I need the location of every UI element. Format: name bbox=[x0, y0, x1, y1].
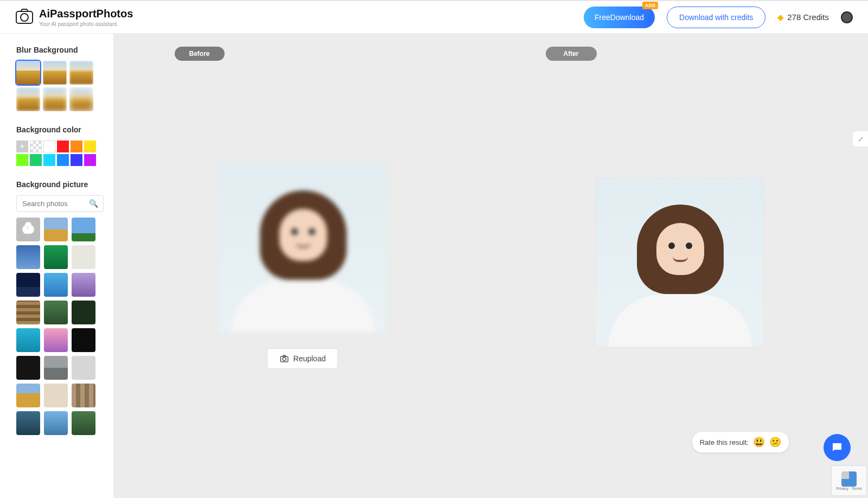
rate-sad-icon[interactable]: 😕 bbox=[769, 436, 781, 448]
reupload-label: Reupload bbox=[293, 354, 326, 363]
svg-point-3 bbox=[283, 357, 286, 361]
recaptcha-badge: Privacy · Terms bbox=[831, 465, 867, 496]
camera-logo-icon bbox=[15, 8, 34, 27]
blur-option-1[interactable] bbox=[16, 61, 40, 85]
bg-picture-thumb[interactable] bbox=[72, 328, 95, 352]
color-swatch-red[interactable] bbox=[57, 141, 69, 152]
chat-bubble-icon bbox=[831, 441, 844, 454]
blur-option-2[interactable] bbox=[43, 61, 67, 85]
after-image bbox=[595, 178, 764, 347]
search-icon[interactable]: 🔍 bbox=[89, 199, 98, 208]
bg-picture-thumb[interactable] bbox=[44, 273, 68, 297]
after-panel: After bbox=[491, 47, 868, 498]
rate-text: Rate this result: bbox=[700, 438, 749, 446]
color-swatch-skyblue[interactable] bbox=[57, 154, 69, 166]
bg-picture-thumb[interactable] bbox=[44, 356, 68, 380]
color-swatches: + bbox=[16, 141, 104, 166]
bg-picture-thumb[interactable] bbox=[44, 245, 68, 269]
free-download-label: FreeDownload bbox=[595, 13, 644, 22]
bg-picture-thumb[interactable] bbox=[44, 384, 68, 407]
upload-picture-button[interactable] bbox=[16, 218, 40, 241]
editor-area: Before Reupload After ⤢ Rate this re bbox=[114, 34, 868, 498]
diamond-icon: ◆ bbox=[777, 12, 784, 22]
bg-picture-thumb[interactable] bbox=[44, 328, 68, 352]
bg-picture-thumb[interactable] bbox=[44, 301, 68, 324]
bg-picture-thumb[interactable] bbox=[16, 273, 40, 297]
brand-title: AiPassportPhotos bbox=[39, 8, 133, 20]
expand-panel-button[interactable]: ⤢ bbox=[853, 131, 868, 146]
blur-option-4[interactable] bbox=[16, 87, 40, 111]
color-swatch-blue[interactable] bbox=[71, 154, 82, 166]
bg-picture-thumb[interactable] bbox=[72, 218, 95, 241]
background-picture-grid bbox=[16, 218, 104, 435]
color-swatch-purple[interactable] bbox=[84, 154, 96, 166]
bg-picture-thumb[interactable] bbox=[16, 245, 40, 269]
color-swatch-cyan[interactable] bbox=[43, 154, 55, 166]
help-chat-button[interactable] bbox=[824, 434, 851, 461]
svg-point-1 bbox=[21, 14, 28, 21]
color-swatch-green[interactable] bbox=[30, 154, 42, 166]
user-avatar-icon[interactable] bbox=[841, 11, 853, 23]
blur-option-6[interactable] bbox=[69, 87, 93, 111]
before-panel: Before Reupload bbox=[114, 47, 491, 498]
color-swatch-transparent[interactable] bbox=[30, 141, 42, 152]
bg-picture-thumb[interactable] bbox=[16, 356, 40, 380]
blur-option-5[interactable] bbox=[43, 87, 67, 111]
bg-picture-thumb[interactable] bbox=[72, 245, 95, 269]
bg-picture-thumb[interactable] bbox=[72, 356, 95, 380]
bg-picture-thumb[interactable] bbox=[72, 411, 95, 435]
bg-picture-thumb[interactable] bbox=[72, 273, 95, 297]
credits-label: 278 Credits bbox=[787, 12, 829, 22]
bg-picture-thumb[interactable] bbox=[72, 384, 95, 407]
rate-result-widget: Rate this result: 😃 😕 bbox=[692, 432, 789, 452]
bg-picture-thumb[interactable] bbox=[72, 301, 95, 324]
after-label: After bbox=[546, 47, 597, 61]
bg-picture-thumb[interactable] bbox=[16, 411, 40, 435]
blur-option-3[interactable] bbox=[69, 61, 93, 85]
free-download-button[interactable]: FreeDownload ADS bbox=[584, 7, 655, 28]
background-color-heading: Background color bbox=[16, 125, 104, 134]
cloud-upload-icon bbox=[22, 225, 34, 234]
color-swatch-white[interactable] bbox=[43, 141, 55, 152]
bg-picture-thumb[interactable] bbox=[16, 384, 40, 407]
bg-picture-thumb[interactable] bbox=[16, 301, 40, 324]
add-color-swatch[interactable]: + bbox=[16, 141, 28, 152]
color-swatch-orange[interactable] bbox=[71, 141, 82, 152]
header: AiPassportPhotos Your AI passport photo … bbox=[0, 0, 868, 34]
brand[interactable]: AiPassportPhotos Your AI passport photo … bbox=[15, 8, 133, 27]
credits-display[interactable]: ◆ 278 Credits bbox=[777, 12, 829, 22]
sidebar: Blur Background Background color + Backg… bbox=[0, 34, 114, 498]
reupload-button[interactable]: Reupload bbox=[267, 348, 339, 369]
bg-picture-thumb[interactable] bbox=[16, 328, 40, 352]
before-image bbox=[218, 164, 387, 333]
download-with-credits-button[interactable]: Download with credits bbox=[667, 7, 765, 28]
blur-options bbox=[16, 61, 104, 111]
ads-badge: ADS bbox=[642, 2, 658, 9]
header-actions: FreeDownload ADS Download with credits ◆… bbox=[584, 7, 853, 28]
bg-picture-thumb[interactable] bbox=[44, 218, 68, 241]
color-swatch-lime[interactable] bbox=[16, 154, 28, 166]
blur-background-heading: Blur Background bbox=[16, 46, 104, 54]
background-picture-heading: Background picture bbox=[16, 180, 104, 189]
bg-picture-thumb[interactable] bbox=[44, 411, 68, 435]
camera-reupload-icon bbox=[279, 354, 289, 363]
rate-happy-icon[interactable]: 😃 bbox=[753, 436, 765, 448]
brand-subtitle: Your AI passport photo assistant. bbox=[39, 21, 133, 27]
before-label: Before bbox=[175, 47, 225, 61]
recaptcha-text: Privacy · Terms bbox=[836, 487, 862, 490]
recaptcha-icon bbox=[841, 471, 857, 487]
color-swatch-yellow[interactable] bbox=[84, 141, 96, 152]
